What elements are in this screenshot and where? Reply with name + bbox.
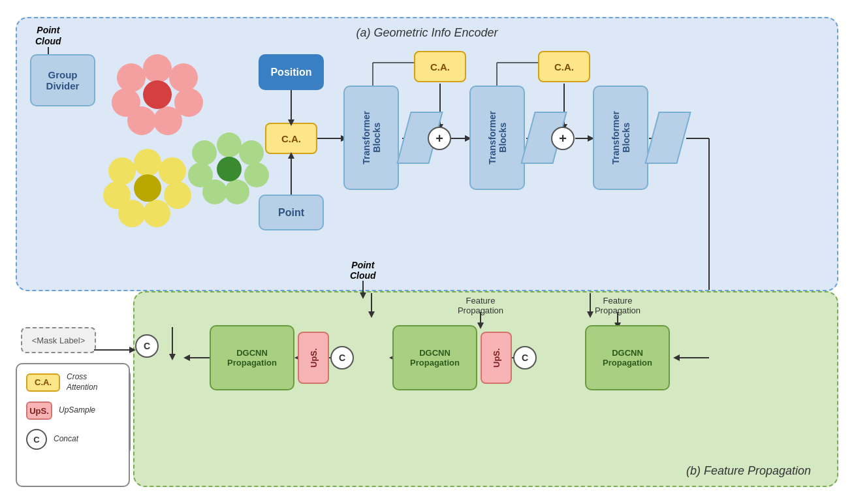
geo-encoder-section: (a) Geometric Info Encoder PointCloud Gr… [16, 17, 838, 291]
concat-circle-1: C [330, 346, 354, 370]
legend-ca-item: C.A. Cross Attention [26, 372, 119, 392]
transformer-block-3: TransformerBlocks [593, 86, 648, 190]
transformer-block-1: TransformerBlocks [343, 86, 399, 190]
point-cloud-bottom-label: PointCloud [350, 260, 376, 300]
ups-box-2: UpS. [481, 332, 512, 384]
legend-concat-item: C Concat [26, 429, 119, 450]
feature-prop-section: (b) Feature Propagation [133, 291, 838, 487]
main-container: (a) Geometric Info Encoder PointCloud Gr… [16, 17, 838, 487]
legend-ups-text: UpSample [59, 405, 95, 416]
legend-concat-circle: C [26, 429, 47, 450]
fp-label-2: FeaturePropagation [578, 296, 657, 315]
plus-circle-2: + [551, 127, 575, 150]
mask-label-box: <Mask Label> [21, 327, 96, 353]
svg-marker-43 [477, 323, 484, 329]
feature-prop-title: (b) Feature Propagation [686, 464, 811, 478]
legend-box: C.A. Cross Attention UpS. UpSample C Con… [16, 363, 130, 487]
ca-box-1: C.A. [414, 51, 466, 82]
group-divider-box: Group Divider [30, 54, 95, 106]
flower-group-yellow [102, 149, 193, 240]
legend-ca-text: Cross Attention [67, 372, 119, 392]
dgcnn-box-2: DGCNNPropagation [392, 325, 477, 390]
svg-marker-47 [360, 292, 366, 299]
concat-circle-main: C [135, 334, 159, 358]
position-box: Position [259, 54, 324, 90]
ups-box-1: UpS. [298, 332, 329, 384]
geo-encoder-title: (a) Geometric Info Encoder [356, 26, 498, 40]
dgcnn-box-1: DGCNNPropagation [210, 325, 294, 390]
plus-circle-1: + [428, 127, 451, 150]
transformer-block-2: TransformerBlocks [469, 86, 525, 190]
svg-marker-31 [673, 354, 680, 361]
point-box: Point [259, 195, 324, 230]
svg-marker-41 [183, 354, 190, 361]
legend-ca-box: C.A. [26, 373, 60, 392]
legend-ups-item: UpS. UpSample [26, 402, 119, 420]
concat-circle-2: C [513, 346, 537, 370]
fp-label-1: FeaturePropagation [441, 296, 520, 315]
legend-concat-text: Concat [54, 434, 78, 445]
parallelogram-3 [644, 112, 691, 164]
ca-box-2: C.A. [538, 51, 590, 82]
flower-group-red [112, 54, 203, 146]
dgcnn-box-3: DGCNNPropagation [585, 325, 670, 390]
ca-box-main: C.A. [265, 123, 317, 154]
legend-ups-box: UpS. [26, 402, 52, 420]
